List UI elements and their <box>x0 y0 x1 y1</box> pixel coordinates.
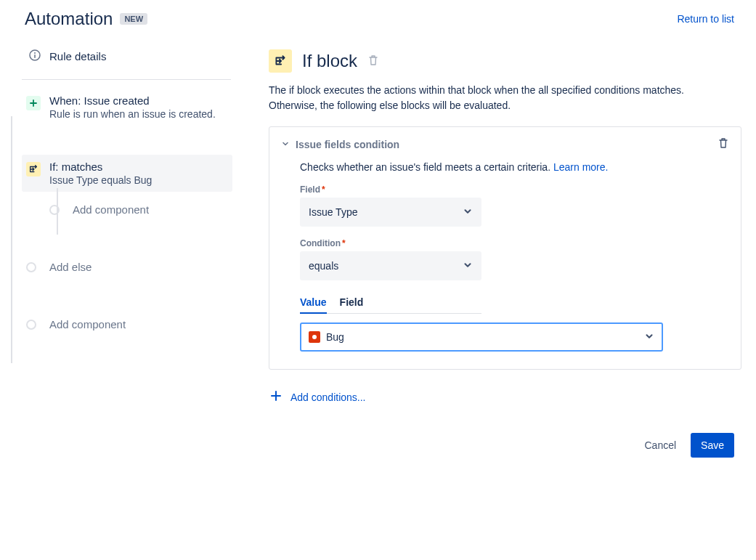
condition-select[interactable]: equals <box>300 251 481 280</box>
delete-condition-icon[interactable] <box>718 137 729 151</box>
cancel-button[interactable]: Cancel <box>634 433 686 458</box>
condition-header-label: Issue fields condition <box>296 139 399 150</box>
field-label: Field <box>300 184 320 195</box>
learn-more-link[interactable]: Learn more. <box>553 161 608 173</box>
rule-details-label: Rule details <box>49 50 106 62</box>
chevron-down-icon <box>281 139 290 150</box>
main-title: If block <box>302 51 357 71</box>
chevron-down-icon <box>644 331 654 344</box>
add-conditions-label: Add conditions... <box>290 391 366 403</box>
condition-description: Checks whether an issue's field meets a … <box>300 161 550 173</box>
condition-collapse-toggle[interactable]: Issue fields condition <box>281 139 399 150</box>
value-select[interactable]: Bug <box>300 322 663 352</box>
tab-field[interactable]: Field <box>340 292 364 313</box>
add-conditions-button[interactable]: Add conditions... <box>269 390 741 404</box>
if-block-subtitle: Issue Type equals Bug <box>49 174 152 186</box>
main-panel: If block The if block executes the actio… <box>240 35 756 560</box>
field-select[interactable]: Issue Type <box>300 198 481 227</box>
condition-label: Condition <box>300 238 341 248</box>
tab-value[interactable]: Value <box>300 292 327 314</box>
chevron-down-icon <box>463 206 473 219</box>
add-else-label: Add else <box>49 261 92 273</box>
field-select-value: Issue Type <box>309 206 357 218</box>
chevron-down-icon <box>463 260 473 272</box>
plus-icon <box>270 390 282 404</box>
trigger-node[interactable]: When: Issue created Rule is run when an … <box>22 89 240 126</box>
add-else[interactable]: Add else <box>22 256 240 277</box>
delete-icon[interactable] <box>367 54 379 68</box>
stub-circle-icon <box>26 262 36 272</box>
page-title: Automation <box>25 9 113 29</box>
trigger-title: When: Issue created <box>49 94 216 107</box>
if-block-title: If: matches <box>49 161 152 173</box>
trigger-subtitle: Rule is run when an issue is created. <box>49 108 216 120</box>
add-component-label: Add component <box>73 203 149 216</box>
rule-details-item[interactable]: Rule details <box>22 44 231 69</box>
save-button[interactable]: Save <box>691 433 734 458</box>
plus-icon <box>26 96 41 110</box>
branch-icon <box>269 49 292 73</box>
new-badge: NEW <box>120 13 147 25</box>
condition-card: Issue fields condition Checks whether an… <box>269 126 741 370</box>
return-to-list-link[interactable]: Return to list <box>677 13 734 25</box>
value-select-value: Bug <box>326 331 344 343</box>
branch-icon <box>26 162 41 176</box>
condition-select-value: equals <box>309 260 338 272</box>
bug-icon <box>309 331 320 343</box>
sidebar: Rule details When: Issue created Rule is… <box>0 35 240 560</box>
add-component-label: Add component <box>49 318 126 330</box>
if-block-description: The if block executes the actions within… <box>269 83 719 113</box>
add-component-bottom[interactable]: Add component <box>22 314 240 335</box>
svg-rect-2 <box>34 54 36 58</box>
svg-point-1 <box>34 52 36 54</box>
if-block-node[interactable]: If: matches Issue Type equals Bug <box>22 155 232 192</box>
page-header: Automation NEW Return to list <box>0 0 756 35</box>
stub-circle-icon <box>26 320 36 330</box>
add-component-child[interactable]: Add component <box>22 199 240 220</box>
info-icon <box>29 49 41 63</box>
